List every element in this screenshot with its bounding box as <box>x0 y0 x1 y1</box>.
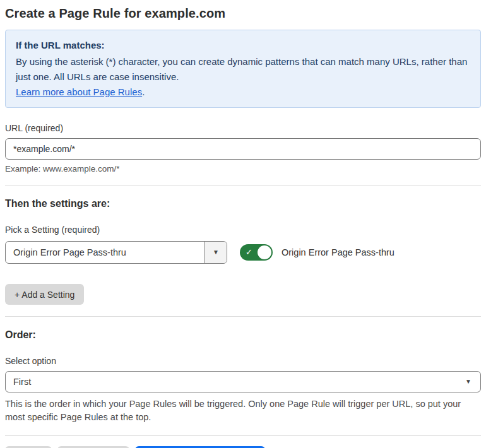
order-section-heading: Order: <box>5 329 481 341</box>
setting-toggle-label: Origin Error Page Pass-thru <box>282 247 394 257</box>
toggle-knob <box>258 245 271 259</box>
order-helper-text: This is the order in which your Page Rul… <box>5 398 481 424</box>
info-box-heading: If the URL matches: <box>16 38 470 53</box>
url-example-helper: Example: www.example.com/* <box>5 164 481 174</box>
url-field-label: URL (required) <box>5 123 481 133</box>
learn-more-link[interactable]: Learn more about Page Rules <box>16 86 142 97</box>
add-setting-button[interactable]: + Add a Setting <box>5 284 84 305</box>
info-box-body: By using the asterisk (*) character, you… <box>16 54 470 85</box>
order-select-label: Select option <box>5 356 481 366</box>
order-select-value: First <box>13 377 465 387</box>
settings-section-heading: Then the settings are: <box>5 198 481 209</box>
url-match-info-box: If the URL matches: By using the asteris… <box>5 30 481 108</box>
pick-setting-label: Pick a Setting (required) <box>5 225 481 235</box>
setting-toggle[interactable]: ✓ <box>240 244 273 261</box>
divider <box>5 185 481 186</box>
check-icon: ✓ <box>246 247 252 257</box>
page-title: Create a Page Rule for example.com <box>5 6 481 21</box>
link-suffix: . <box>142 86 145 97</box>
setting-dropdown-value: Origin Error Page Pass-thru <box>6 242 204 263</box>
divider <box>5 435 481 436</box>
setting-dropdown-arrow-segment[interactable]: ▼ <box>204 242 227 263</box>
divider <box>5 316 481 317</box>
chevron-down-icon: ▼ <box>465 379 471 385</box>
info-box-link-line: Learn more about Page Rules. <box>16 85 470 100</box>
setting-row: Origin Error Page Pass-thru ▼ ✓ Origin E… <box>5 241 481 264</box>
url-input[interactable] <box>5 138 481 160</box>
order-select[interactable]: First ▼ <box>5 371 481 392</box>
page-rule-form: Create a Page Rule for example.com If th… <box>0 0 486 448</box>
setting-dropdown[interactable]: Origin Error Page Pass-thru ▼ <box>5 241 227 264</box>
chevron-down-icon: ▼ <box>213 249 219 256</box>
